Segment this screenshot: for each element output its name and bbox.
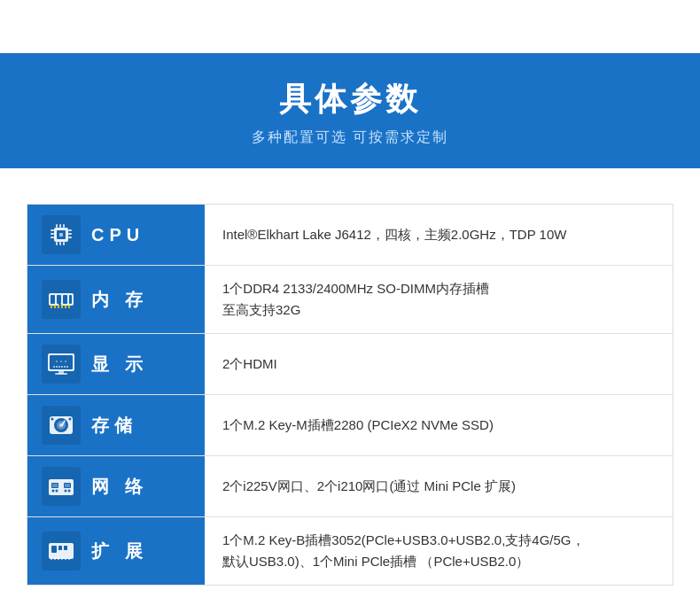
svg-rect-16 [51, 295, 55, 304]
middle-space [0, 168, 700, 204]
svg-point-47 [69, 418, 72, 421]
cpu-icon [42, 215, 81, 254]
bottom-space [0, 603, 700, 613]
spec-label-network: 网 络 [27, 456, 205, 516]
svg-rect-25 [65, 305, 66, 308]
svg-point-55 [65, 490, 67, 493]
svg-point-54 [56, 490, 58, 493]
svg-rect-26 [68, 305, 70, 308]
svg-rect-4 [63, 224, 65, 228]
svg-rect-6 [59, 242, 61, 245]
svg-rect-12 [68, 233, 72, 235]
svg-rect-10 [51, 237, 54, 238]
svg-rect-5 [56, 242, 58, 245]
spec-row-storage: 存储 1个M.2 Key-M插槽2280 (PCIeX2 NVMe SSD) [27, 395, 673, 456]
header-title: 具体参数 [18, 78, 682, 121]
spec-row-cpu: CPU Intel®Elkhart Lake J6412，四核，主频2.0GHz… [27, 205, 673, 266]
svg-point-33 [60, 361, 62, 362]
svg-rect-13 [68, 237, 72, 238]
svg-rect-58 [51, 546, 57, 553]
svg-point-32 [56, 361, 58, 362]
svg-rect-2 [56, 224, 58, 228]
svg-rect-9 [51, 233, 54, 235]
expand-icon [42, 532, 81, 570]
svg-rect-66 [68, 557, 70, 560]
svg-rect-65 [65, 557, 66, 560]
spec-row-display: 显 示 2个HDMI [27, 334, 673, 395]
svg-rect-40 [66, 366, 68, 368]
svg-rect-3 [59, 224, 61, 228]
svg-rect-14 [59, 233, 63, 237]
spec-value-network: 2个i225V网口、2个i210网口(通过 Mini PCle 扩展) [205, 456, 673, 516]
svg-rect-63 [58, 557, 59, 560]
svg-rect-62 [54, 557, 56, 560]
svg-rect-21 [51, 305, 52, 308]
svg-rect-50 [52, 484, 58, 487]
memory-icon [42, 280, 81, 319]
spec-value-storage: 1个M.2 Key-M插槽2280 (PCIeX2 NVMe SSD) [205, 395, 673, 455]
svg-rect-11 [68, 229, 72, 231]
svg-rect-30 [55, 373, 67, 375]
svg-rect-7 [63, 242, 65, 245]
svg-rect-24 [61, 305, 63, 308]
network-icon [42, 467, 81, 506]
svg-rect-61 [51, 557, 52, 560]
svg-rect-22 [54, 305, 56, 308]
spec-label-cpu: CPU [27, 205, 205, 265]
spec-row-expand: 扩 展 1个M.2 Key-B插槽3052(PCle+USB3.0+USB2.0… [27, 517, 673, 585]
spec-label-storage: 存储 [27, 395, 205, 455]
spec-name-network: 网 络 [91, 475, 148, 499]
svg-point-56 [68, 490, 71, 493]
svg-rect-52 [65, 484, 70, 487]
svg-rect-59 [58, 546, 62, 550]
svg-rect-38 [61, 366, 63, 368]
spec-value-memory: 1个DDR4 2133/2400MHz SO-DIMM内存插槽 至高支持32G [205, 266, 673, 333]
svg-point-46 [51, 418, 54, 421]
svg-point-34 [65, 361, 66, 362]
spec-name-display: 显 示 [91, 353, 148, 376]
spec-value-expand: 1个M.2 Key-B插槽3052(PCle+USB3.0+USB2.0,支持4… [205, 517, 673, 585]
spec-name-memory: 内 存 [91, 288, 148, 312]
page-wrapper: 具体参数 多种配置可选 可按需求定制 [0, 0, 700, 613]
svg-point-53 [52, 490, 55, 493]
svg-rect-17 [57, 295, 61, 304]
svg-rect-23 [58, 305, 59, 308]
spec-name-storage: 存储 [91, 414, 137, 438]
spec-label-expand: 扩 展 [27, 517, 205, 585]
spec-label-display: 显 示 [27, 334, 205, 394]
svg-rect-37 [58, 366, 60, 368]
display-icon [42, 345, 81, 384]
spec-value-display: 2个HDMI [205, 334, 673, 394]
spec-name-expand: 扩 展 [91, 539, 148, 563]
header-subtitle: 多种配置可选 可按需求定制 [18, 128, 682, 147]
storage-icon [42, 406, 81, 445]
spec-name-cpu: CPU [91, 225, 144, 245]
svg-rect-36 [56, 366, 58, 368]
svg-rect-60 [64, 546, 67, 550]
svg-rect-19 [69, 295, 72, 304]
spec-row-memory: 内 存 1个DDR4 2133/2400MHz SO-DIMM内存插槽 至高支持… [27, 266, 673, 334]
specs-container: CPU Intel®Elkhart Lake J6412，四核，主频2.0GHz… [27, 204, 673, 586]
header-section: 具体参数 多种配置可选 可按需求定制 [0, 53, 700, 168]
svg-rect-35 [53, 366, 55, 368]
svg-rect-39 [64, 366, 66, 368]
spec-label-memory: 内 存 [27, 266, 205, 333]
svg-rect-64 [61, 557, 63, 560]
spec-value-cpu: Intel®Elkhart Lake J6412，四核，主频2.0GHz，TDP… [205, 205, 673, 265]
svg-rect-18 [63, 295, 67, 304]
svg-rect-8 [51, 229, 54, 231]
top-space [0, 0, 700, 53]
spec-row-network: 网 络 2个i225V网口、2个i210网口(通过 Mini PCle 扩展) [27, 456, 673, 517]
